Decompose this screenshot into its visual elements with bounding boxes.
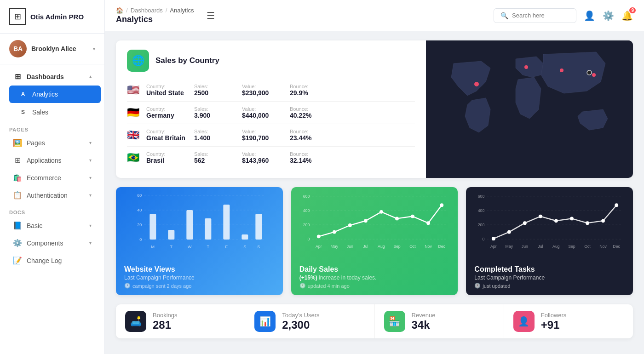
country-col: Country: Germany xyxy=(146,106,188,119)
completed-tasks-card: 600 400 200 0 xyxy=(466,187,633,295)
svg-point-63 xyxy=(507,230,511,234)
header-left: 🏠 / Dashboards / Analytics Analytics xyxy=(116,7,194,24)
notification-wrapper[interactable]: 🔔 9 xyxy=(621,10,633,21)
user-profile[interactable]: BA Brooklyn Alice ▾ xyxy=(0,34,104,64)
svg-point-69 xyxy=(601,219,605,223)
country-row: 🇩🇪 Country: Germany Sales: 3.900 Value: … xyxy=(127,102,415,124)
ecommerce-icon: 🛍️ xyxy=(13,173,22,182)
svg-text:W: W xyxy=(188,245,192,249)
basic-icon: 📘 xyxy=(13,221,22,230)
stat-label: Revenue xyxy=(412,312,436,319)
stat-text: Followers +91 xyxy=(541,312,567,331)
sidebar-item-analytics[interactable]: A Analytics xyxy=(9,86,101,103)
svg-text:Sep: Sep xyxy=(393,244,401,249)
country-row: 🇧🇷 Country: Brasil Sales: 562 Value: $14… xyxy=(127,147,415,169)
settings-icon[interactable]: ⚙️ xyxy=(603,10,614,21)
svg-text:Apr: Apr xyxy=(316,244,322,249)
daily-sales-info: Daily Sales (+15%) increase in today sal… xyxy=(291,261,458,295)
sidebar-item-basic[interactable]: 📘 Basic ▾ xyxy=(4,217,101,234)
svg-point-42 xyxy=(411,215,414,218)
daily-sales-subtitle: (+15%) increase in today sales. xyxy=(299,274,450,281)
sidebar-item-sales[interactable]: S Sales xyxy=(9,103,101,121)
value-col: Value: $230,900 xyxy=(242,84,283,97)
completed-tasks-subtitle: Last Campaign Performance xyxy=(474,274,625,281)
header-right: 🔍 👤 ⚙️ 🔔 9 xyxy=(494,8,633,23)
user-chevron-icon: ▾ xyxy=(93,46,95,51)
header: 🏠 / Dashboards / Analytics Analytics ☰ 🔍… xyxy=(105,0,644,31)
docs-section-label: DOCS xyxy=(0,204,104,217)
sidebar-nav: ⊞ Dashboards ▴ A Analytics S Sales PAGES… xyxy=(0,64,104,354)
sidebar-sales-label: Sales xyxy=(32,108,48,116)
sidebar-item-ecommerce[interactable]: 🛍️ Ecommerce ▾ xyxy=(4,169,101,186)
svg-point-44 xyxy=(440,203,443,207)
sidebar-item-authentication[interactable]: 📋 Authentication ▾ xyxy=(4,187,101,204)
sidebar-item-dashboards[interactable]: ⊞ Dashboards ▴ xyxy=(4,68,101,85)
svg-text:60: 60 xyxy=(137,193,142,198)
sidebar-item-pages[interactable]: 🖼️ Pages ▾ xyxy=(4,134,101,151)
search-icon: 🔍 xyxy=(500,12,508,19)
svg-text:600: 600 xyxy=(478,194,485,199)
country-table: 🇺🇸 Country: United State Sales: 2500 Val… xyxy=(127,79,415,169)
svg-text:Nov: Nov xyxy=(600,244,607,249)
svg-text:S: S xyxy=(243,245,246,249)
svg-text:0: 0 xyxy=(139,237,142,242)
breadcrumb-dashboards[interactable]: Dashboards xyxy=(131,7,163,14)
stat-text: Today's Users 2,300 xyxy=(282,312,319,331)
stat-value: 281 xyxy=(153,319,177,331)
basic-chevron-icon: ▾ xyxy=(89,223,92,228)
svg-text:600: 600 xyxy=(303,194,310,199)
sales-letter: S xyxy=(18,108,28,117)
clock-icon2: 🕐 xyxy=(299,283,306,289)
world-map-svg xyxy=(426,40,633,169)
stat-icon: 🏪 xyxy=(384,311,405,332)
stat-icon: 🛋️ xyxy=(125,311,146,332)
completed-tasks-title: Completed Tasks xyxy=(474,265,625,274)
breadcrumb-analytics: Analytics xyxy=(170,7,194,14)
sidebar-item-components[interactable]: ⚙️ Components ▾ xyxy=(4,234,101,251)
svg-point-43 xyxy=(426,221,430,225)
main-area: 🏠 / Dashboards / Analytics Analytics ☰ 🔍… xyxy=(105,0,644,354)
svg-point-66 xyxy=(554,219,558,223)
stat-text: Bookings 281 xyxy=(153,312,177,331)
sidebar-item-applications[interactable]: ⊞ Applications ▾ xyxy=(4,152,101,169)
svg-text:T: T xyxy=(170,245,173,249)
search-input[interactable] xyxy=(512,12,569,19)
globe-icon: 🌐 xyxy=(127,50,149,72)
card-header: 🌐 Sales by Country xyxy=(127,50,415,72)
sales-by-country-card: 🌐 Sales by Country 🇺🇸 Country: United St… xyxy=(116,40,633,178)
sidebar-basic-label: Basic xyxy=(27,222,42,229)
svg-point-62 xyxy=(492,237,495,240)
flag-icon: 🇧🇷 xyxy=(127,152,140,164)
svg-text:20: 20 xyxy=(137,223,142,227)
svg-rect-20 xyxy=(255,214,262,240)
svg-point-1 xyxy=(474,82,479,86)
breadcrumb-sep1: / xyxy=(126,7,128,14)
bounce-col: Bounce: 23.44% xyxy=(290,129,331,142)
sidebar-changelog-label: Change Log xyxy=(27,257,62,264)
sidebar-item-changelog[interactable]: 📝 Change Log xyxy=(4,252,101,269)
sidebar-dashboards-label: Dashboards xyxy=(27,73,64,80)
hamburger-icon[interactable]: ☰ xyxy=(207,10,215,21)
value-col: Value: $440,000 xyxy=(242,106,283,119)
svg-rect-19 xyxy=(242,234,248,240)
website-views-info: Website Views Last Campaign Performance … xyxy=(116,261,283,295)
svg-point-2 xyxy=(524,65,528,69)
search-box[interactable]: 🔍 xyxy=(494,8,576,23)
stat-item: 🏪 Revenue 34k xyxy=(375,304,504,338)
user-icon[interactable]: 👤 xyxy=(584,10,595,21)
avatar: BA xyxy=(9,40,27,57)
authentication-chevron-icon: ▾ xyxy=(89,193,92,198)
page-title: Analytics xyxy=(116,15,194,24)
sidebar-ecommerce-label: Ecommerce xyxy=(27,174,61,182)
svg-point-67 xyxy=(570,217,574,221)
svg-text:200: 200 xyxy=(303,223,310,227)
svg-rect-17 xyxy=(205,218,211,240)
stat-label: Today's Users xyxy=(282,312,319,319)
svg-text:May: May xyxy=(330,244,338,249)
clock-icon: 🕐 xyxy=(124,283,131,289)
svg-text:400: 400 xyxy=(303,208,310,213)
breadcrumb-sep2: / xyxy=(166,7,167,14)
completed-tasks-timestamp: 🕐 just updated xyxy=(474,283,625,289)
breadcrumb: 🏠 / Dashboards / Analytics xyxy=(116,7,194,14)
svg-point-37 xyxy=(333,230,336,234)
